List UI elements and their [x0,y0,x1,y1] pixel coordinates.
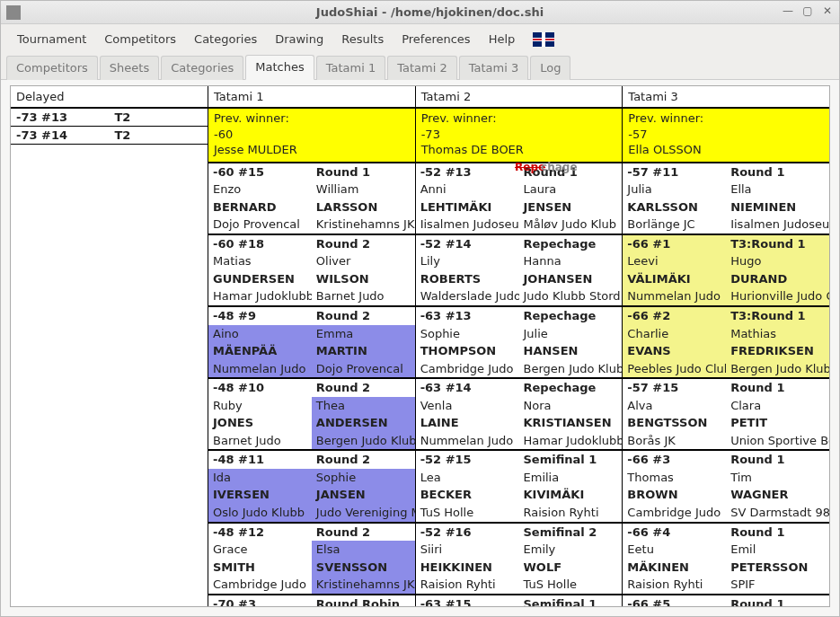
slot-last2: WOLF [519,559,623,577]
match-slot[interactable]: -66 #4Round 1EetuEmilMÄKINENPETERSSONRai… [623,524,829,595]
slot-club2: SV Darmstadt 98 [726,504,829,522]
slot-first2: Tim [726,469,829,487]
menu-tournament[interactable]: Tournament [10,30,93,48]
tab-tatami2[interactable]: Tatami 2 [387,56,457,80]
slot-round: Repechage [519,235,623,253]
slot-first1: Venla [416,397,519,415]
slot-first1: Eetu [623,541,726,559]
maximize-button[interactable]: ▢ [801,4,814,17]
delayed-row[interactable]: -73 #14 T2 [11,127,208,145]
slot-last1: LAINE [416,414,519,432]
match-slot[interactable]: -66 #5Round 1JoonaDaanUUSITALODE VRIES [623,595,829,606]
slot-round: Round 1 [726,163,829,181]
slot-last2: PETERSSON [726,559,829,577]
slot-last2: JENSEN [519,198,623,216]
match-slot[interactable]: -52 #15Semifinal 1LeaEmiliaBECKERKIVIMÄK… [416,451,623,523]
slots-tatami3: -57 #11Round 1JuliaEllaKARLSSONNIEMINENB… [623,163,829,606]
slot-club2: Bergen Judo Klubb [312,432,415,450]
slot-first2: Oliver [312,252,415,270]
menu-results[interactable]: Results [334,30,391,48]
slot-club2: Union Sportive Bo [726,432,829,450]
slot-last1: LEHTIMÄKI [416,198,519,216]
match-slot[interactable]: -66 #2T3:Round 1CharlieMathiasEVANSFREDR… [623,307,829,379]
slot-round: Round 2 [312,235,415,253]
col-header-tatami1: Tatami 1 [208,86,415,109]
slot-first2: Clara [726,397,829,415]
slot-round: Round 1 [726,451,829,469]
slot-round: T3:Round 1 [726,235,829,253]
tab-matches[interactable]: Matches [245,55,314,80]
match-slot[interactable]: -60 #18Round 2MatiasOliverGUNDERSENWILSO… [208,235,415,307]
match-slot[interactable]: -70 #3Round RobinSaraSanneMÄKELÄVAN DIJK [208,595,415,606]
match-slot[interactable]: -52 #14RepechageLilyHannaROBERTSJOHANSEN… [416,235,623,307]
tab-tatami3[interactable]: Tatami 3 [459,56,529,80]
menubar: Tournament Competitors Categories Drawin… [1,24,839,54]
window-title: JudoShiai - /home/hjokinen/doc.shi [21,5,839,19]
match-slot[interactable]: -63 #15Semifinal 1ManonMiaROBERTBAUER [416,595,623,606]
col-tatami2: Tatami 2 Prev. winner: -73 Thomas DE BOE… [416,86,623,606]
menu-help[interactable]: Help [482,30,523,48]
slot-first2: Hugo [726,252,829,270]
match-slot[interactable]: -57 #11Round 1JuliaEllaKARLSSONNIEMINENB… [623,163,829,235]
slot-round: Round 1 [726,379,829,397]
slot-club2: TuS Holle [519,576,623,594]
match-slot[interactable]: -48 #11Round 2IdaSophieIVERSENJANSENOslo… [208,451,415,523]
match-slot[interactable]: -52 #16Semifinal 2SiiriEmilyHEIKKINENWOL… [416,524,623,595]
slot-club1: Walderslade Judo [416,287,519,305]
menu-drawing[interactable]: Drawing [268,30,331,48]
slot-cat: -66 #4 [623,524,726,542]
slot-round: Round 1 [519,163,623,181]
match-slot[interactable]: -66 #1T3:Round 1LeeviHugoVÄLIMÄKIDURANDN… [623,235,829,307]
minimize-button[interactable]: — [782,4,794,17]
slot-round: Round 2 [312,451,415,469]
slot-club1: Nummelan Judo [623,287,726,305]
slot-first2: Elsa [312,541,415,559]
match-slot[interactable]: -48 #12Round 2GraceElsaSMITHSVENSSONCamb… [208,524,415,595]
slot-club2: Hurionville Judo C [726,287,829,305]
match-slot[interactable]: -63 #14RepechageVenlaNoraLAINEKRISTIANSE… [416,379,623,451]
slot-club2: Iisalmen Judoseur [726,216,829,234]
slot-cat: -70 #3 [208,595,312,606]
slot-club2: Judo Vereniging M [312,504,415,522]
slot-last1: VÄLIMÄKI [623,270,726,288]
slot-cat: -66 #3 [623,451,726,469]
slot-cat: -60 #15 [208,163,312,181]
tab-sheets[interactable]: Sheets [100,56,159,80]
slot-first1: Siiri [416,541,519,559]
slot-club1: Cambridge Judo [623,504,726,522]
slot-last1: SMITH [208,559,312,577]
prev-label: Prev. winner: [628,110,824,127]
tab-categories[interactable]: Categories [161,56,243,80]
prev-winner-tatami2: Prev. winner: -73 Thomas DE BOER [416,109,623,163]
slot-first1: Ida [208,469,312,487]
match-slot[interactable]: -60 #15Round 1EnzoWilliamBERNARDLARSSOND… [208,163,415,235]
delayed-row[interactable]: -73 #13 T2 [11,109,208,127]
slot-last1: HEIKKINEN [416,559,519,577]
flag-icon[interactable] [533,32,554,47]
slot-club2: SPIF [726,576,829,594]
slot-cat: -57 #11 [623,163,726,181]
match-slot[interactable]: -63 #13RepechageSophieJulieTHOMPSONHANSE… [416,307,623,379]
tab-competitors[interactable]: Competitors [6,56,98,80]
slot-club1: Raision Ryhti [623,576,726,594]
close-button[interactable]: ✕ [821,4,834,17]
match-slot[interactable]: -66 #3Round 1ThomasTimBROWNWAGNERCambrid… [623,451,829,523]
slot-first1: Ruby [208,397,312,415]
slot-last1: BENGTSSON [623,414,726,432]
tab-log[interactable]: Log [530,56,570,80]
match-slot[interactable]: -52 #13Round 1AnniLauraLEHTIMÄKIJENSENIi… [416,163,623,235]
match-slot[interactable]: -48 #9Round 2AinoEmmaMÄENPÄÄMARTINNummel… [208,307,415,379]
match-slot[interactable]: -48 #10Round 2RubyTheaJONESANDERSENBarne… [208,379,415,451]
tab-tatami1[interactable]: Tatami 1 [316,56,386,80]
slot-first1: Charlie [623,325,726,343]
slot-first2: Emilia [519,469,623,487]
slot-first1: Leevi [623,252,726,270]
matches-grid: Delayed -73 #13 T2 -73 #14 T2 Tatami 1 P… [10,85,830,607]
menu-preferences[interactable]: Preferences [394,30,477,48]
match-slot[interactable]: -57 #15Round 1AlvaClaraBENGTSSONPETITBor… [623,379,829,451]
slot-cat: -66 #5 [623,595,726,606]
slot-round: Round 1 [312,163,415,181]
menu-competitors[interactable]: Competitors [97,30,183,48]
menu-categories[interactable]: Categories [187,30,264,48]
slot-club1: Nummelan Judo [208,360,312,378]
